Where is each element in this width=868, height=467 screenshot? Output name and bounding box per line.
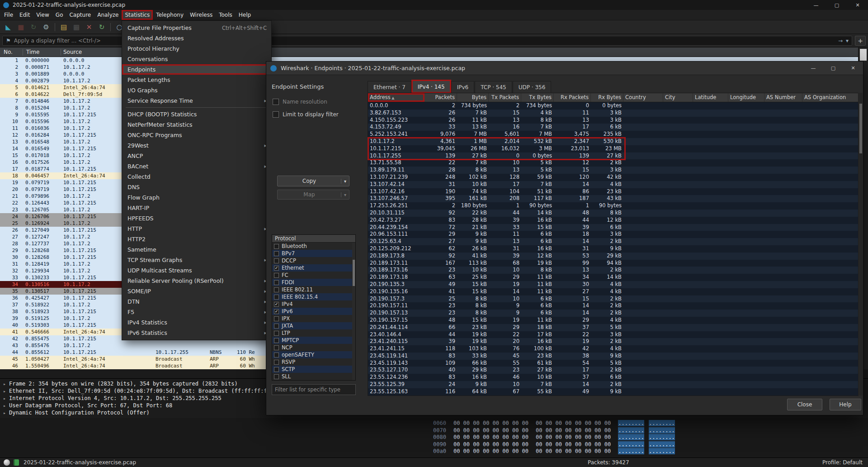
chevron-down-icon[interactable]: ▾ <box>341 192 349 197</box>
column-header-tx-bytes[interactable]: Tx Bytes <box>521 93 554 102</box>
save-file-icon[interactable]: ▦ <box>71 22 82 33</box>
maximize-button[interactable]: ▢ <box>826 0 847 10</box>
menu-wireless[interactable]: Wireless <box>187 10 216 20</box>
column-header-tx-packets[interactable]: Tx Packets <box>489 93 521 102</box>
protocol-item-ipx[interactable]: IPX <box>272 315 355 322</box>
endpoint-row[interactable]: 20.189.173.11167113 kB6819 kB9994 kB <box>368 260 858 267</box>
menu-analyze[interactable]: Analyze <box>94 10 122 20</box>
column-header-latitude[interactable]: Latitude <box>693 93 728 102</box>
checkbox-icon[interactable] <box>273 111 279 118</box>
menu-item-dhcp-bootp-statistics[interactable]: DHCP (BOOTP) Statistics <box>122 109 271 119</box>
add-filter-button[interactable]: + <box>855 36 866 46</box>
column-header-longitude[interactable]: Longitude <box>728 93 764 102</box>
protocol-item-ieee-802-15-4[interactable]: IEEE 802.15.4 <box>272 293 355 300</box>
close-button[interactable]: ✕ <box>847 0 868 10</box>
expand-arrow-icon[interactable]: ▸ <box>0 395 9 402</box>
checkbox-icon[interactable] <box>274 316 279 321</box>
menu-item-udp-multicast-streams[interactable]: UDP Multicast Streams <box>122 265 271 276</box>
close-dialog-button[interactable]: Close <box>787 399 822 410</box>
menu-item-flow-graph[interactable]: Flow Graph <box>122 192 271 203</box>
protocol-item-fc[interactable]: FC <box>272 272 355 279</box>
endpoint-row[interactable]: 23.55.125.16311664 kB6755 kB499 kB <box>368 388 858 396</box>
menu-item-http[interactable]: HTTP▸ <box>122 224 271 234</box>
column-header-rx-packets[interactable]: Rx Packets <box>554 93 591 102</box>
expand-arrow-icon[interactable]: ▸ <box>0 410 9 417</box>
capture-options-icon[interactable]: ⚙ <box>40 22 52 33</box>
checkbox-icon[interactable] <box>274 244 279 249</box>
menu-item-onc-rpc-programs[interactable]: ONC-RPC Programs <box>122 130 271 140</box>
protocol-list-header[interactable]: Protocol <box>272 235 355 243</box>
menu-edit[interactable]: Edit <box>16 10 33 20</box>
tab-udp-356[interactable]: UDP · 356 <box>513 81 552 93</box>
column-header-as-number[interactable]: AS Number <box>764 93 802 102</box>
endpoint-row[interactable]: 23.45.119.1418333 kB4523 kB389 kB <box>368 353 858 360</box>
menu-item-service-response-time[interactable]: Service Response Time▸ <box>122 95 271 106</box>
protocol-item-fddi[interactable]: FDDI <box>272 279 355 286</box>
copy-button[interactable]: Copy ▾ <box>277 176 349 186</box>
column-header-no[interactable]: No. <box>4 48 13 57</box>
endpoint-row[interactable]: 20.241.44.1146623 kB2918 kB375 kB <box>368 324 858 331</box>
endpoint-row[interactable]: 23.40.146.44419 kB2217 kB223 kB <box>368 331 858 338</box>
endpoint-row[interactable]: 20.189.173.89241 kB3912 kB5329 kB <box>368 253 858 260</box>
checkbox-icon[interactable] <box>274 367 279 372</box>
endpoint-row[interactable]: 13.107.42.143110 kB177 kB144 kB <box>368 181 858 188</box>
menu-item-protocol-hierarchy[interactable]: Protocol Hierarchy <box>122 43 271 54</box>
expand-arrow-icon[interactable]: ▸ <box>0 381 9 388</box>
endpoint-row[interactable]: 20.42.73.278328 kB3916 kB4412 kB <box>368 217 858 224</box>
menu-item-http2[interactable]: HTTP2 <box>122 234 271 244</box>
menu-item-dtn[interactable]: DTN▸ <box>122 296 271 307</box>
menu-item-dns[interactable]: DNS <box>122 182 271 192</box>
endpoint-row[interactable]: 10.1.17.21539,04526 MB16,0323 MB23,01323… <box>368 145 858 152</box>
tab-ipv4-145[interactable]: IPv4 · 145 <box>412 80 451 93</box>
protocol-item-ltp[interactable]: LTP <box>272 329 355 337</box>
endpoint-row[interactable]: 10.1.17.24,3611 MB2,014532 kB2,347530 kB <box>368 138 858 145</box>
column-header-as-organization[interactable]: AS Organization <box>802 93 859 102</box>
endpoint-row[interactable]: 23.41.240.1153919 kB2016 kB192 kB <box>368 338 858 345</box>
menu-item-ancp[interactable]: ANCP <box>122 151 271 161</box>
close-file-icon[interactable]: ✕ <box>83 22 95 33</box>
endpoint-row[interactable]: 20.125.63.4279 kB136 kB142 kB <box>368 238 858 245</box>
protocol-item-ieee-802-11[interactable]: IEEE 802.11 <box>272 286 355 293</box>
endpoint-row[interactable]: 20.189.173.162310 kB108 kB132 kB <box>368 267 858 274</box>
checkbox-icon[interactable] <box>274 258 279 263</box>
menu-view[interactable]: View <box>33 10 52 20</box>
endpoint-row[interactable]: 23.45.119.14310966 kB5561 kB545 kB <box>368 360 858 367</box>
menu-item-tcp-stream-graphs[interactable]: TCP Stream Graphs▸ <box>122 255 271 265</box>
endpoint-row[interactable]: 13.107.42.1619074 kB10451 kB8623 kB <box>368 188 858 195</box>
endpoint-row[interactable]: 20.190.157.154815 kB1911 kB294 kB <box>368 317 858 324</box>
checkbox-icon[interactable]: ✓ <box>274 266 279 271</box>
menu-item-reliable-server-pooling-rserpool[interactable]: Reliable Server Pooling (RSerPool)▸ <box>122 276 271 286</box>
name-resolution-checkbox[interactable]: Name resolution <box>273 99 327 105</box>
protocol-item-opensafety[interactable]: openSAFETY <box>272 351 355 358</box>
menu-item-packet-lengths[interactable]: Packet Lengths <box>122 75 271 85</box>
protocol-item-mptcp[interactable]: MPTCP <box>272 337 355 344</box>
start-capture-icon[interactable]: ◣ <box>2 22 14 33</box>
menu-tools[interactable]: Tools <box>216 10 236 20</box>
dialog-minimize-button[interactable]: — <box>803 62 823 75</box>
menu-help[interactable]: Help <box>236 10 254 20</box>
endpoint-row[interactable]: 13.89.179.11288 kB135 kB153 kB <box>368 167 858 174</box>
menu-file[interactable]: File <box>1 10 16 20</box>
checkbox-icon[interactable] <box>274 360 279 365</box>
column-header-address[interactable]: Address ▲ <box>368 93 425 102</box>
scrollbar-thumb[interactable] <box>353 260 355 286</box>
endpoint-row[interactable]: 20.189.173.186325 kB2911 kB3414 kB <box>368 274 858 281</box>
endpoint-row[interactable]: 20.190.157.11238 kB96 kB142 kB <box>368 302 858 310</box>
minimize-button[interactable]: — <box>806 0 826 10</box>
scrollbar-thumb[interactable] <box>860 49 867 61</box>
endpoint-row[interactable]: 23.55.124.2368316 kB4610 kB376 kB <box>368 374 858 381</box>
column-header-rx-bytes[interactable]: Rx Bytes <box>591 93 623 102</box>
protocol-item-sctp[interactable]: SCTP <box>272 366 355 373</box>
protocol-item-ncp[interactable]: NCP <box>272 344 355 351</box>
column-header-time[interactable]: Time <box>26 48 39 57</box>
menu-item-ipv4-statistics[interactable]: IPv4 Statistics▸ <box>122 317 271 328</box>
tab-ethernet-7[interactable]: Ethernet · 7 <box>368 81 411 93</box>
checkbox-icon[interactable] <box>274 353 279 357</box>
endpoint-row[interactable]: 5.252.153.2419,0767 MB5,6017 MB3,475235 … <box>368 131 858 138</box>
endpoint-row[interactable]: 13.71.55.58227 kB105 kB122 kB <box>368 159 858 167</box>
chevron-down-icon[interactable]: ▾ <box>341 179 349 184</box>
expert-info-icon[interactable] <box>4 459 10 466</box>
checkbox-icon[interactable] <box>274 273 279 278</box>
type-filter-input[interactable] <box>272 384 356 395</box>
menu-statistics[interactable]: Statistics <box>122 10 153 20</box>
